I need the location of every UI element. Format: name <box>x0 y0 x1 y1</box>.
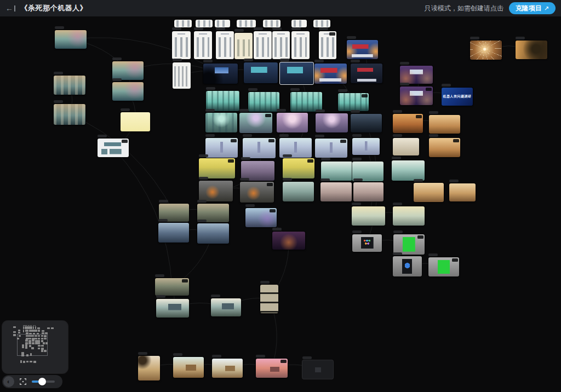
canvas-node-factory-teal[interactable] <box>206 91 239 111</box>
canvas-node-white-sheet-cut[interactable] <box>313 20 330 27</box>
canvas-node-blank-yellow[interactable] <box>121 112 150 131</box>
canvas-node-plaza-warm[interactable] <box>414 183 444 202</box>
canvas-node-industrial-blue[interactable] <box>197 223 229 244</box>
canvas-node-white-sheet-cut[interactable] <box>215 20 230 27</box>
readonly-mode-hint: 只读模式，如需创建请点击 <box>425 4 503 13</box>
canvas-node-corridor-dark[interactable] <box>351 114 382 132</box>
canvas-node-rural-pale[interactable] <box>212 359 243 378</box>
canvas-node-bar-dark[interactable] <box>272 232 305 250</box>
canvas-node-canal[interactable] <box>392 160 425 181</box>
canvas-node-tree-dark[interactable] <box>516 41 547 59</box>
canvas-node-outskirts[interactable] <box>211 298 241 316</box>
node-label-tag <box>442 84 451 87</box>
canvas-node-hall-teal[interactable] <box>205 113 237 132</box>
canvas-node-phone-green[interactable] <box>393 234 425 255</box>
canvas-node-studio-light[interactable] <box>279 62 314 85</box>
canvas-node-cream-sheet[interactable] <box>234 33 253 59</box>
canvas-node-warm-cabin[interactable] <box>393 114 423 133</box>
canvas-node-vehicle-sheet[interactable] <box>98 139 129 157</box>
canvas-node-street[interactable] <box>55 30 87 49</box>
minimap[interactable] <box>2 321 68 373</box>
minimap-node-dot <box>37 333 39 335</box>
canvas-node-factory-teal[interactable] <box>248 92 279 112</box>
minimap-node-dot <box>47 327 50 330</box>
canvas-node-canal[interactable] <box>321 162 352 181</box>
canvas-node-factory-teal[interactable] <box>290 92 322 112</box>
canvas-node-plaza-pastel[interactable] <box>315 139 347 158</box>
canvas-node-room-pale[interactable] <box>393 138 419 155</box>
minimap-node-dot <box>18 332 21 334</box>
canvas-node-white-sheet[interactable] <box>291 31 310 59</box>
canvas-node-white-sheet[interactable] <box>272 31 290 59</box>
canvas-node-empty-card[interactable] <box>302 360 333 379</box>
canvas-node-studio-purple[interactable] <box>400 87 433 105</box>
canvas-node-street[interactable] <box>112 82 144 101</box>
canvas-node-white-sheet-cut[interactable] <box>196 20 213 27</box>
canvas-node-white-sheet[interactable] <box>216 31 234 59</box>
canvas-node-white-sheet-cut[interactable] <box>237 20 256 27</box>
canvas-node-studio-dark-red[interactable] <box>351 64 382 83</box>
canvas-node-studio-cam[interactable] <box>244 62 278 83</box>
canvas-node-atrium[interactable] <box>352 206 385 226</box>
back-arrow-icon: ← <box>5 4 13 12</box>
canvas-node-market-fire[interactable] <box>199 181 233 201</box>
canvas-node-junk[interactable] <box>155 278 189 296</box>
canvas-node-studio-backstage[interactable] <box>203 64 238 84</box>
canvas-node-street[interactable] <box>112 61 144 80</box>
canvas-node-hall-teal2[interactable] <box>239 113 272 133</box>
canvas-node-factory-teal[interactable] <box>338 93 369 111</box>
canvas-node-robot-lineup[interactable] <box>173 62 191 89</box>
canvas-node-white-sheet-cut[interactable] <box>291 20 307 27</box>
clone-project-button[interactable]: 克隆项目 ↗ <box>509 2 556 14</box>
canvas-node-phone-grid[interactable] <box>352 234 382 252</box>
canvas-node-white-sheet-cut[interactable] <box>174 20 192 27</box>
fit-view-icon <box>19 378 27 385</box>
canvas-node-explosion[interactable] <box>470 41 502 60</box>
canvas-node-studio-purple[interactable] <box>400 66 433 84</box>
fit-view-button[interactable] <box>19 378 27 385</box>
canvas-node-white-sheet[interactable] <box>194 31 212 59</box>
canvas-node-phone-green[interactable] <box>428 257 459 276</box>
canvas-node-room-warm[interactable] <box>429 115 460 134</box>
canvas-node-hall-pink[interactable] <box>277 113 308 132</box>
canvas-node-atrium[interactable] <box>393 206 425 226</box>
canvas-node-train[interactable] <box>54 104 85 125</box>
canvas-node-studio-anchor[interactable] <box>347 40 378 59</box>
canvas-node-plaza-pastel[interactable] <box>352 138 380 155</box>
canvas-node-plaza-pastel[interactable] <box>205 138 238 158</box>
canvas-node-market-teal[interactable] <box>283 182 314 201</box>
infinite-canvas[interactable]: 机器人类问题调研 <box>0 0 561 392</box>
canvas-node-hall-purple[interactable] <box>316 113 348 132</box>
canvas-node-industrial-blue[interactable] <box>158 223 189 243</box>
canvas-node-room-warm[interactable] <box>429 138 460 157</box>
zoom-slider[interactable] <box>32 378 55 385</box>
canvas-node-banner-blue[interactable]: 机器人类问题调研 <box>442 88 473 106</box>
zoom-slider-knob[interactable] <box>38 378 46 385</box>
back-button[interactable]: ← <box>5 4 15 12</box>
canvas-node-rural-hut[interactable] <box>173 357 204 378</box>
canvas-node-studio-anchor[interactable] <box>314 64 347 84</box>
canvas-node-city-street2[interactable] <box>245 208 277 227</box>
canvas-node-phone-logo[interactable] <box>393 256 422 276</box>
canvas-node-market-pastel[interactable] <box>320 182 352 201</box>
canvas-node-market-fire[interactable] <box>240 182 274 203</box>
canvas-node-white-sheet[interactable] <box>172 31 191 59</box>
canvas-node-yellow-land[interactable] <box>283 158 314 178</box>
clone-project-label: 克隆项目 <box>516 4 542 13</box>
node-info-chip <box>270 209 276 212</box>
theme-toggle-button[interactable]: ◐ <box>3 376 14 387</box>
canvas-node-plaza-pastel[interactable] <box>243 138 276 158</box>
canvas-node-market-pastel[interactable] <box>353 182 383 201</box>
minimap-node-dot <box>31 335 34 337</box>
canvas-node-white-sheet[interactable] <box>254 31 272 59</box>
canvas-node-yellow-land[interactable] <box>199 158 235 178</box>
canvas-node-train[interactable] <box>54 76 85 95</box>
canvas-node-plaza-warm[interactable] <box>449 183 476 201</box>
canvas-node-rural-tree[interactable] <box>138 356 160 381</box>
canvas-node-white-sheet[interactable] <box>319 31 336 59</box>
canvas-node-rural-sunset[interactable] <box>256 359 288 378</box>
canvas-node-storyboard[interactable] <box>260 285 278 313</box>
canvas-node-outskirts[interactable] <box>156 299 189 318</box>
node-label-tag <box>216 27 225 30</box>
canvas-node-white-sheet-cut[interactable] <box>263 20 280 27</box>
